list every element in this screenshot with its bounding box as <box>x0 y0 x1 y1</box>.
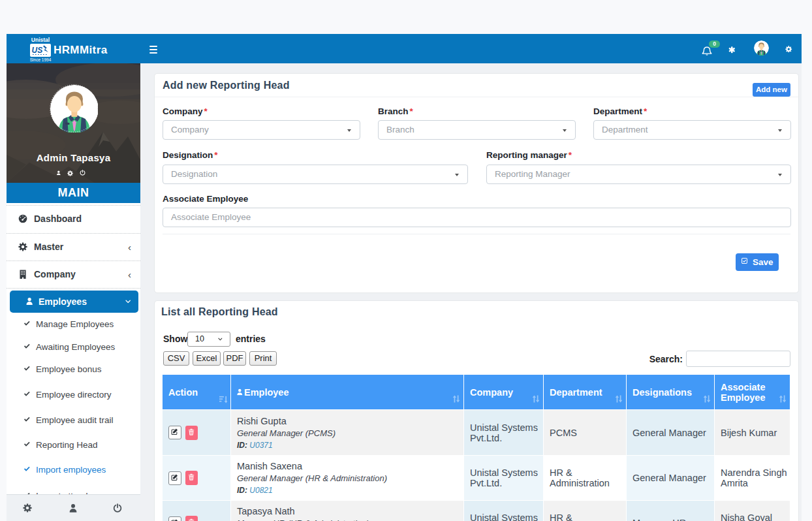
svg-text:US: US <box>32 46 43 55</box>
